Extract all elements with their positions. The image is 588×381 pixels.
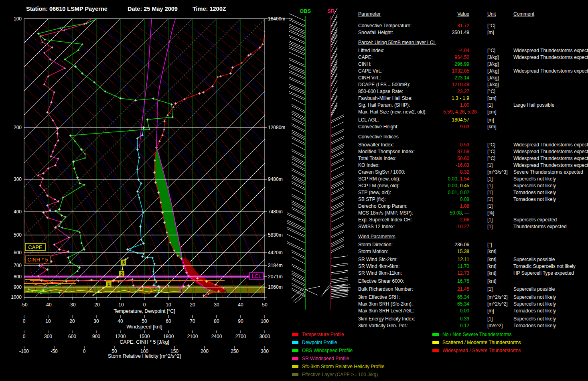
param-label: SWISS 12 Index:: [358, 223, 443, 230]
table-row: Showalter Index:0.53[°C]Widespread Thund…: [358, 142, 588, 148]
param-label: KO Index:: [358, 162, 443, 169]
param-unit: [1]: [469, 182, 513, 189]
svg-text:-30: -30: [69, 302, 76, 308]
param-comment: [513, 22, 588, 29]
table-row: 3km Effective SRH:65.34[m^2/s^2]Supercel…: [358, 294, 588, 301]
svg-text:9480m: 9480m: [268, 176, 283, 182]
param-label: SB STP (fix):: [358, 196, 443, 203]
param-value: 1.08: [443, 203, 469, 210]
legend-item: Effective Layer (CAPE >= 100 J/kg): [292, 371, 384, 379]
param-comment: Widespread Thunderstorms expected: [513, 142, 588, 148]
col-header-value: Value: [443, 11, 469, 18]
svg-text:900: 900: [92, 334, 100, 339]
param-label: Lifted Index:: [358, 47, 443, 54]
param-unit: [knt]: [469, 263, 513, 270]
svg-text:-100: -100: [19, 349, 29, 354]
svg-text:2700: 2700: [235, 334, 246, 339]
table-row: 3km Vorticity Gen. Pot.:0.12[m/s^2]Torna…: [358, 322, 588, 329]
legend-label: Widespread / Severe Thunderstorms: [442, 347, 521, 355]
param-label: CINH:: [358, 61, 443, 68]
legend-item: Dewpoint Profile: [292, 338, 384, 347]
table-section-title: Parcel: Using 50mB mean layer LCL: [358, 39, 588, 46]
param-label: Modified Thompson Index:: [358, 148, 443, 155]
param-value: 15.38: [443, 248, 469, 255]
param-comment: HP Supercell Type expected: [513, 270, 588, 277]
param-comment: Tornadoes not likely: [513, 322, 588, 329]
svg-text:300: 300: [44, 334, 52, 339]
table-row: LCL AGL:1804.57[m]: [358, 117, 588, 124]
param-unit: [°C]: [469, 142, 513, 148]
svg-text:7480m: 7480m: [268, 209, 283, 215]
table-row: Total Totals Index:50.60[°C]Widespread T…: [358, 155, 588, 162]
table-section-title: Wind Parameters: [358, 233, 588, 240]
svg-text:Windspeed [knt]: Windspeed [knt]: [126, 324, 162, 330]
param-label: Exp. Supercell Index CH:: [358, 217, 443, 223]
table-row: Bulk Richardson Number:21.45[1]Supercell…: [358, 286, 588, 293]
param-unit: [m^3/s^3]: [469, 169, 513, 176]
svg-text:1200: 1200: [115, 334, 126, 339]
svg-text:2071m: 2071m: [268, 274, 283, 280]
param-label: Effective Shear 6000:: [358, 278, 443, 285]
col-header-comment: Comment: [513, 11, 588, 18]
param-label: Bulk Richardson Number:: [358, 286, 443, 293]
svg-text:300: 300: [14, 176, 22, 182]
param-comment: [513, 117, 588, 124]
param-comment: Widespread Thunderstorms expected: [513, 54, 588, 61]
param-unit: [°C]: [469, 22, 513, 29]
table-row: STP (new, old):0.01, 0.02[1]Tornadoes no…: [358, 189, 588, 196]
param-comment: [513, 81, 588, 88]
legend-label: Temperature Profile: [302, 330, 344, 338]
param-label: CAPE Virt.:: [358, 68, 443, 75]
svg-text:100: 100: [261, 318, 269, 324]
param-label: LCL AGL:: [358, 117, 443, 124]
svg-text:50: 50: [262, 302, 268, 308]
param-comment: [513, 203, 588, 210]
title-bar: Station: 06610 LSMP Payerne Date: 25 May…: [0, 6, 285, 14]
param-label: CAPE:: [358, 54, 443, 61]
table-row: SR Wind 9km-11km:12.73[knt]HP Supercell …: [358, 270, 588, 277]
svg-text:30: 30: [93, 318, 99, 324]
legend-label: SR Windspeed Profile: [302, 355, 349, 363]
table-row: 850-600 Lapse Rate:23.27[°C]: [358, 88, 588, 95]
svg-text:-50: -50: [20, 302, 28, 308]
table-row: SWISS 12 Index:-10.27[1]Thunderstorms ex…: [358, 223, 588, 230]
param-label: DCAPE (LFS = 500mB):: [358, 81, 443, 88]
param-comment: Widespread Thunderstorms expected: [513, 162, 588, 169]
svg-text:5830m: 5830m: [268, 232, 283, 238]
legend-swatch-icon: [432, 333, 439, 336]
param-value: 1.3 - 1.9: [443, 95, 469, 102]
svg-text:1000: 1000: [11, 294, 22, 300]
svg-text:1500: 1500: [139, 334, 150, 339]
legend-item: Widespread / Severe Thunderstorms: [432, 347, 521, 355]
param-label: Sig. Hail Param. (SHIP):: [358, 102, 443, 109]
param-comment: Supercells not likely: [513, 301, 588, 308]
param-value: 65.34: [443, 294, 469, 301]
legend-item: Scattered / Moderate Thunderstorms: [432, 338, 521, 347]
param-comment: [513, 88, 588, 95]
svg-text:2400: 2400: [211, 334, 222, 339]
table-row: SR Wind 4km-6km:11.70[knt]Tornadic Super…: [358, 263, 588, 270]
table-row: Sig. Hail Param. (SHIP):1.00[1]Large Hai…: [358, 102, 588, 109]
param-comment: Tornadoes not likely: [513, 189, 588, 196]
table-row: Max 3km SRH (Sfc-2km):65.34[m^2/s^2]Supe…: [358, 301, 588, 308]
param-unit: [°C]: [469, 88, 513, 95]
param-value: -16.03: [443, 162, 469, 169]
table-row: Convective Height:9.03[km]: [358, 124, 588, 130]
param-value: 0.08: [443, 196, 469, 203]
param-comment: Tornadic Supercells not likely: [513, 263, 588, 270]
param-label: Total Totals Index:: [358, 155, 443, 162]
table-row: SCP LM (new, old):0.00, 0.45[1]Supercell…: [358, 182, 588, 189]
param-unit: [1]: [469, 223, 513, 230]
table-header-row: Parameter Value Unit Comment: [358, 11, 588, 18]
legend-item: SR Windspeed Profile: [292, 355, 384, 363]
param-label: 3km Effective SRH:: [358, 294, 443, 301]
param-unit: [knt]: [469, 270, 513, 277]
param-unit: [°C]: [469, 148, 513, 155]
date-title: Date: 25 May 2009: [128, 6, 178, 12]
param-unit: [knt]: [469, 278, 513, 285]
param-value: 1804.57: [443, 117, 469, 124]
param-comment: Thunderstorms expected: [513, 223, 588, 230]
param-value: 1210.49: [443, 81, 469, 88]
table-row: KO Index:-16.03[1]Widespread Thunderstor…: [358, 162, 588, 169]
param-unit: [%]: [469, 210, 513, 217]
